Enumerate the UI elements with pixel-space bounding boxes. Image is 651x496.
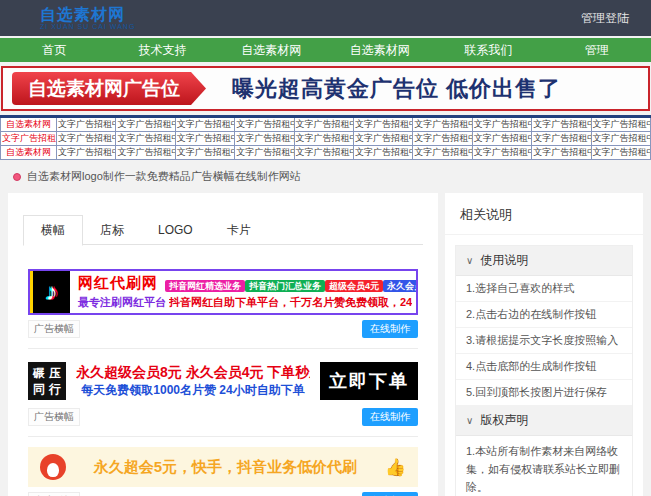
tab-item[interactable]: 店标: [83, 216, 141, 245]
tab-item[interactable]: 横幅: [23, 215, 83, 246]
banner1-title: 网红代刷网: [78, 274, 158, 293]
tab-item[interactable]: 卡片: [210, 216, 268, 245]
tab-bar: 横幅店标LOGO卡片: [23, 215, 423, 245]
usage-step: 5.回到顶部长按图片进行保存: [456, 380, 632, 406]
text-ad-cell[interactable]: 文字广告招租中: [532, 117, 591, 132]
text-ad-cell[interactable]: 文字广告招租中: [353, 132, 412, 146]
text-ad-cell[interactable]: 文字广告招租中: [57, 132, 116, 146]
text-ad-cell[interactable]: 文字广告招租中: [472, 146, 531, 160]
text-ad-cell[interactable]: 文字广告招租中: [175, 117, 234, 132]
banner3-headline: 永久超会5元，快手，抖音业务低价代刷: [76, 458, 375, 477]
tab-item[interactable]: LOGO: [141, 216, 210, 245]
text-ad-row: 自选素材网文字广告招租中文字广告招租中文字广告招租中文字广告招租中文字广告招租中…: [1, 146, 651, 160]
text-ad-cell[interactable]: 文字广告招租中: [413, 146, 472, 160]
qq-penguin-icon: [40, 454, 66, 480]
banner-image-kuaishou[interactable]: 永久超会5元，快手，抖音业务低价代刷 👍: [28, 447, 418, 487]
text-ad-row-label[interactable]: 自选素材网: [1, 117, 57, 132]
divider: [28, 348, 418, 349]
banner1-tagline: 抖音网红自助下单平台，千万名片赞免费领取，24小时自助下单！: [169, 295, 412, 310]
text-ad-cell[interactable]: 文字广告招租中: [413, 132, 472, 146]
text-ad-cell[interactable]: 文字广告招租中: [413, 117, 472, 132]
text-ad-row: 自选素材网文字广告招租中文字广告招租中文字广告招租中文字广告招租中文字广告招租中…: [1, 117, 651, 132]
banner2-subline: 每天免费领取1000名片赞 24小时自助下单: [76, 382, 310, 399]
logo-char: 同: [33, 382, 45, 397]
make-online-button[interactable]: 在线制作: [362, 408, 418, 426]
top-header: 自选素材网 ZI XUAN SU CAI WANG 管理登陆: [0, 0, 651, 36]
banner-image-douyin[interactable]: ♪ 网红代刷网 抖音网红精选业务抖音热门汇总业务超级会员4元永久会员2元 最专注…: [28, 269, 418, 315]
text-ad-cell[interactable]: 文字广告招租中: [532, 146, 591, 160]
usage-step: 1.选择自己喜欢的样式: [456, 276, 632, 302]
chevron-down-icon: ∨: [466, 415, 473, 426]
divider: [28, 436, 418, 437]
tiktok-icon: ♪: [30, 271, 70, 313]
text-ad-cell[interactable]: 文字广告招租中: [591, 117, 650, 132]
text-ad-row-label[interactable]: 自选素材网: [1, 146, 57, 160]
admin-login-link[interactable]: 管理登陆: [581, 10, 629, 27]
ad-banner[interactable]: 自选素材网广告位 曝光超高黄金广告位 低价出售了: [1, 66, 650, 111]
banner-item: 碾压同行 永久超级会员8元 永久会员4元 下单秒刷 每天免费领取1000名片赞 …: [28, 359, 418, 426]
text-ad-cell[interactable]: 文字广告招租中: [235, 132, 294, 146]
text-ad-cell[interactable]: 文字广告招租中: [472, 117, 531, 132]
notice-text[interactable]: 自选素材网logo制作一款免费精品广告横幅在线制作网站: [27, 169, 301, 184]
banner-item: 永久超会5元，快手，抖音业务低价代刷 👍 广告横幅 在线制作: [28, 447, 418, 496]
sidebar-collapse: ∨使用说明1.选择自己喜欢的样式2.点击右边的在线制作按钮3.请根据提示文字长度…: [455, 245, 633, 496]
text-ad-cell[interactable]: 文字广告招租中: [116, 132, 175, 146]
text-ad-cell[interactable]: 文字广告招租中: [591, 132, 650, 146]
order-now-button[interactable]: 立即下单: [320, 362, 418, 400]
logo-char: 行: [49, 382, 61, 397]
logo-char: 压: [49, 366, 61, 381]
thumbs-up-icon: 👍: [385, 457, 406, 478]
usage-step: 3.请根据提示文字长度按照输入: [456, 328, 632, 354]
ad-banner-headline: 曝光超高黄金广告位 低价出售了: [232, 74, 561, 104]
text-ad-row-label[interactable]: 文字广告招租中: [1, 132, 57, 146]
ad-banner-left-label: 自选素材网广告位: [12, 72, 206, 105]
make-online-button[interactable]: 在线制作: [362, 320, 418, 338]
text-ad-cell[interactable]: 文字广告招租中: [294, 117, 353, 132]
text-ad-cell[interactable]: 文字广告招租中: [175, 146, 234, 160]
make-online-button[interactable]: 在线制作: [362, 492, 418, 496]
text-ad-table: 自选素材网文字广告招租中文字广告招租中文字广告招租中文字广告招租中文字广告招租中…: [0, 115, 651, 160]
text-ad-cell[interactable]: 文字广告招租中: [57, 117, 116, 132]
banner-image-vip[interactable]: 碾压同行 永久超级会员8元 永久会员4元 下单秒刷 每天免费领取1000名片赞 …: [28, 359, 418, 403]
ad-type-label: 广告横幅: [28, 320, 80, 338]
site-logo-title: 自选素材网: [40, 6, 135, 23]
banner-item: ♪ 网红代刷网 抖音网红精选业务抖音热门汇总业务超级会员4元永久会员2元 最专注…: [28, 269, 418, 338]
text-ad-cell[interactable]: 文字广告招租中: [116, 117, 175, 132]
logo-char: 碾: [33, 366, 45, 381]
text-ad-cell[interactable]: 文字广告招租中: [353, 146, 412, 160]
text-ad-cell[interactable]: 文字广告招租中: [57, 146, 116, 160]
text-ad-cell[interactable]: 文字广告招租中: [532, 132, 591, 146]
copyright-paragraph: 1.本站所有制作素材来自网络收集，如有侵权请联系站长立即删除。: [456, 436, 632, 496]
banner1-pills: 抖音网红精选业务抖音热门汇总业务超级会员4元永久会员2元: [165, 275, 416, 293]
sidebar: 相关说明 ∨使用说明1.选择自己喜欢的样式2.点击右边的在线制作按钮3.请根据提…: [445, 193, 643, 496]
main-nav: 首页技术支持自选素材网自选素材网联系我们管理: [0, 38, 651, 62]
nav-item[interactable]: 管理: [543, 38, 651, 62]
notice-bar: 自选素材网logo制作一款免费精品广告横幅在线制作网站: [0, 160, 651, 189]
text-ad-cell[interactable]: 文字广告招租中: [116, 146, 175, 160]
nav-item[interactable]: 技术支持: [109, 38, 218, 62]
promo-pill: 永久会员2元: [383, 280, 416, 292]
text-ad-cell[interactable]: 文字广告招租中: [472, 132, 531, 146]
banner-list: ♪ 网红代刷网 抖音网红精选业务抖音热门汇总业务超级会员4元永久会员2元 最专注…: [8, 269, 438, 496]
text-ad-cell[interactable]: 文字广告招租中: [235, 146, 294, 160]
banner2-headline: 永久超级会员8元 永久会员4元 下单秒刷: [76, 364, 310, 382]
text-ad-cell[interactable]: 文字广告招租中: [591, 146, 650, 160]
nav-item[interactable]: 联系我们: [434, 38, 543, 62]
nav-item[interactable]: 首页: [0, 38, 109, 62]
nav-item[interactable]: 自选素材网: [326, 38, 435, 62]
notice-icon: [13, 173, 21, 181]
text-ad-cell[interactable]: 文字广告招租中: [175, 132, 234, 146]
crush-rivals-logo: 碾压同行: [28, 362, 66, 400]
collapse-section-title[interactable]: ∨使用说明: [456, 246, 632, 276]
page: 自选素材网 ZI XUAN SU CAI WANG 管理登陆 首页技术支持自选素…: [0, 0, 651, 496]
text-ad-cell[interactable]: 文字广告招租中: [294, 146, 353, 160]
site-logo[interactable]: 自选素材网 ZI XUAN SU CAI WANG: [40, 6, 135, 30]
text-ad-cell[interactable]: 文字广告招租中: [235, 117, 294, 132]
collapse-section-title[interactable]: ∨版权声明: [456, 406, 632, 436]
nav-item[interactable]: 自选素材网: [217, 38, 326, 62]
text-ad-row: 文字广告招租中文字广告招租中文字广告招租中文字广告招租中文字广告招租中文字广告招…: [1, 132, 651, 146]
text-ad-cell[interactable]: 文字广告招租中: [353, 117, 412, 132]
sidebar-title: 相关说明: [445, 193, 643, 235]
text-ad-cell[interactable]: 文字广告招租中: [294, 132, 353, 146]
promo-pill: 超级会员4元: [325, 280, 383, 292]
